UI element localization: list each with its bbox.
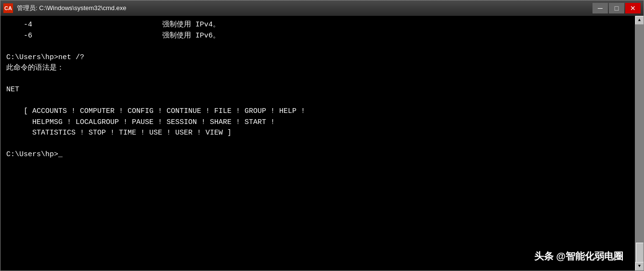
scroll-up-button[interactable]: ▲ — [635, 16, 644, 25]
terminal-line-4: 此命令的语法是： — [6, 63, 629, 74]
window-controls: ─ □ ✕ — [592, 3, 641, 13]
terminal-content: -4 强制使用 IPv4。 -6 强制使用 IPv6。 C:\Users\hp>… — [6, 20, 629, 267]
terminal-line-12: C:\Users\hp>_ — [6, 149, 629, 160]
cmd-icon: CA — [3, 3, 13, 13]
cmd-window: CA 管理员: C:\Windows\system32\cmd.exe ─ □ … — [0, 0, 644, 271]
title-bar: CA 管理员: C:\Windows\system32\cmd.exe ─ □ … — [0, 0, 644, 16]
terminal-line-2 — [6, 41, 629, 52]
watermark: 头条 @智能化弱电圈 — [534, 250, 623, 263]
window-title: 管理员: C:\Windows\system32\cmd.exe — [17, 4, 127, 12]
maximize-button[interactable]: □ — [609, 3, 624, 13]
terminal-line-7 — [6, 96, 629, 107]
terminal-line-10: STATISTICS ! STOP ! TIME ! USE ! USER ! … — [6, 128, 629, 139]
terminal-line-8: [ ACCOUNTS ! COMPUTER ! CONFIG ! CONTINU… — [6, 106, 629, 117]
window-body: -4 强制使用 IPv4。 -6 强制使用 IPv6。 C:\Users\hp>… — [0, 16, 644, 271]
close-button[interactable]: ✕ — [625, 3, 641, 13]
terminal-line-11 — [6, 139, 629, 150]
terminal-line-6: NET — [6, 85, 629, 96]
scroll-track[interactable] — [635, 25, 644, 262]
terminal-line-9: HELPMSG ! LOCALGROUP ! PAUSE ! SESSION !… — [6, 117, 629, 128]
terminal-line-0: -4 强制使用 IPv4。 — [6, 20, 629, 31]
terminal-line-1: -6 强制使用 IPv6。 — [6, 31, 629, 42]
scroll-thumb[interactable] — [636, 243, 644, 262]
scroll-down-button[interactable]: ▼ — [635, 262, 644, 271]
terminal-line-5 — [6, 74, 629, 85]
title-bar-left: CA 管理员: C:\Windows\system32\cmd.exe — [3, 3, 127, 13]
minimize-button[interactable]: ─ — [592, 3, 608, 13]
scrollbar[interactable]: ▲ ▼ — [635, 16, 644, 271]
terminal-line-3: C:\Users\hp>net /? — [6, 52, 629, 63]
terminal[interactable]: -4 强制使用 IPv4。 -6 强制使用 IPv6。 C:\Users\hp>… — [0, 16, 635, 271]
